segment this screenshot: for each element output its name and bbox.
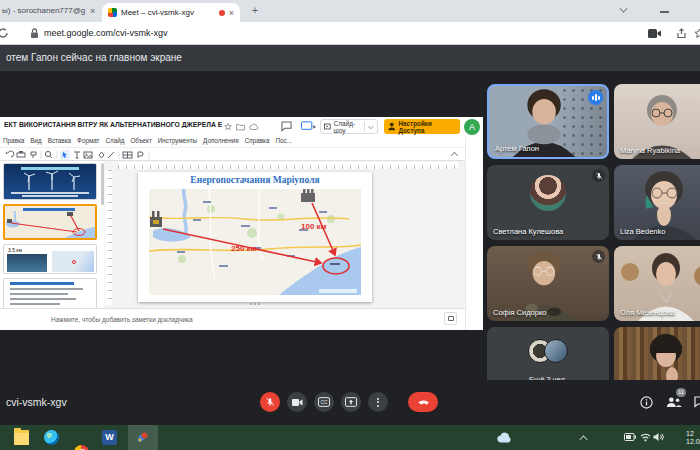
- word-icon[interactable]: W: [102, 430, 117, 445]
- slide-thumbnail-4[interactable]: [3, 278, 97, 310]
- self-tile[interactable]: Вы: [614, 327, 700, 380]
- camera-in-use-icon[interactable]: [648, 29, 661, 38]
- active-media-app-icon[interactable]: [135, 430, 150, 445]
- divider: [364, 122, 365, 131]
- share-settings-button[interactable]: Настройки Доступа: [384, 119, 460, 134]
- participant-name: Liza Bedenko: [620, 227, 665, 236]
- recording-dot-icon: [219, 10, 225, 16]
- thumb-formula-line: [10, 298, 76, 300]
- tab-meet[interactable]: Meet – cvi-vsmk-xgv ×: [102, 3, 240, 22]
- current-slide[interactable]: Енергопостачання Маріуполя: [138, 172, 372, 302]
- file-explorer-icon[interactable]: [14, 430, 29, 445]
- minimize-button[interactable]: [660, 11, 669, 13]
- url-text[interactable]: meet.google.com/cvi-vsmk-xgv: [44, 28, 168, 38]
- battery-icon[interactable]: [624, 433, 636, 441]
- mic-toggle-button[interactable]: [260, 392, 280, 412]
- mic-off-icon: [265, 397, 275, 407]
- person-lock-icon: [388, 122, 396, 131]
- participant-tile[interactable]: Maryna Ryabikina: [614, 84, 700, 159]
- refresh-icon[interactable]: [0, 27, 9, 39]
- vertical-ruler: [105, 170, 112, 305]
- menu-item[interactable]: Объект: [130, 137, 151, 147]
- speaker-notes-button[interactable]: [444, 312, 457, 325]
- weather-cloud-icon[interactable]: [496, 432, 512, 443]
- star-icon[interactable]: [224, 123, 232, 131]
- map-graphic: 100 км 250 км: [149, 189, 361, 295]
- end-call-button[interactable]: [408, 392, 438, 412]
- slide-thumbnail-2-selected[interactable]: [3, 204, 97, 240]
- menu-item[interactable]: Пос...: [275, 137, 291, 147]
- thumb-map: [52, 251, 94, 272]
- close-icon[interactable]: ×: [90, 6, 95, 16]
- participant-tile[interactable]: Оля Мезенцова: [614, 246, 700, 321]
- thumb-photo: [7, 254, 47, 272]
- info-button[interactable]: [640, 396, 653, 409]
- new-tab-button[interactable]: +: [248, 3, 262, 17]
- menu-item[interactable]: Вид: [30, 137, 41, 147]
- close-icon[interactable]: ×: [229, 8, 234, 18]
- meet-main: отем Гапон сейчас на главном экране ЕКТ …: [0, 45, 700, 380]
- doc-title[interactable]: ЕКТ ВИКОРИСТАННЯ ВІТРУ ЯК АЛЬТЕРНАТИВНОГ…: [4, 121, 222, 128]
- thumb-formula-line: [10, 293, 69, 295]
- speaking-indicator-icon: [588, 90, 603, 105]
- menu-item[interactable]: Справка: [245, 137, 270, 147]
- present-icon: [345, 397, 357, 407]
- screen: ы) - sorochanen777@g × Meet – cvi-vsmk-x…: [0, 0, 700, 450]
- more-vert-icon: [377, 398, 379, 407]
- menu-item[interactable]: Правка: [3, 137, 24, 147]
- present-button[interactable]: [341, 392, 361, 412]
- bookmark-star-icon[interactable]: [694, 28, 700, 39]
- captions-button[interactable]: CC: [314, 392, 334, 412]
- menu-item[interactable]: Слайд: [105, 137, 124, 147]
- menu-item[interactable]: Вставка: [48, 137, 71, 147]
- camera-toggle-button[interactable]: [287, 392, 307, 412]
- menu-item[interactable]: Инструменты: [158, 137, 197, 147]
- lock-icon: [30, 28, 39, 39]
- time-label: 12: [686, 430, 700, 438]
- tray-expand-icon[interactable]: [580, 436, 588, 444]
- chrome-browser-icon[interactable]: [74, 445, 89, 450]
- share-icon[interactable]: [676, 28, 687, 39]
- slide-thumbnail-1[interactable]: [3, 163, 97, 200]
- overflow-participants-tile[interactable]: Ещё 3 чел.: [487, 327, 609, 380]
- chat-button[interactable]: [694, 396, 700, 408]
- more-options-button[interactable]: [368, 392, 388, 412]
- volume-icon[interactable]: [653, 432, 664, 442]
- participant-name: Maryna Ryabikina: [620, 146, 680, 155]
- comment-icon[interactable]: [281, 121, 292, 132]
- menu-item[interactable]: Дополнения: [203, 137, 239, 147]
- participant-tile[interactable]: Liza Bedenko: [614, 165, 700, 240]
- edge-browser-icon[interactable]: [44, 430, 59, 445]
- participant-tile[interactable]: Артем Гапон: [487, 84, 609, 159]
- cloud-status-icon: [249, 123, 259, 131]
- menu-item[interactable]: Формат: [77, 137, 99, 147]
- mic-muted-icon: [592, 169, 605, 182]
- avatar: [530, 175, 566, 211]
- account-avatar[interactable]: А: [464, 119, 480, 135]
- clock[interactable]: 12 12.02: [686, 430, 700, 446]
- resize-handle[interactable]: [250, 303, 260, 305]
- participants-button[interactable]: [666, 396, 682, 408]
- presenting-banner: отем Гапон сейчас на главном экране: [0, 45, 700, 71]
- horizontal-ruler: [118, 162, 458, 169]
- distance-label: 250 км: [231, 244, 257, 253]
- participant-tile[interactable]: Светлана Кулешова: [487, 165, 609, 240]
- network-icon[interactable]: [640, 432, 651, 442]
- chevron-down-icon[interactable]: [620, 5, 628, 13]
- present-to-meeting-icon[interactable]: [301, 121, 316, 132]
- toolbar-icons[interactable]: [3, 150, 155, 160]
- thumb-map-graphic: [5, 211, 95, 240]
- slideshow-label: Слайд-шоу: [334, 120, 362, 134]
- meet-favicon-icon: [108, 8, 117, 17]
- call-end-icon: [417, 399, 430, 405]
- chevron-down-icon: [369, 124, 374, 129]
- speaker-notes-bar[interactable]: Нажмите, чтобы добавить заметки докладчи…: [0, 308, 465, 330]
- slide-title: Енергопостачання Маріуполя: [138, 175, 372, 185]
- thumb-text-bar: [11, 192, 88, 194]
- slide-thumbnail-3[interactable]: 3.5 км: [3, 244, 97, 274]
- participant-tile[interactable]: Софія Сидорко: [487, 246, 609, 321]
- url-bar: meet.google.com/cvi-vsmk-xgv: [0, 22, 700, 45]
- slideshow-button[interactable]: Слайд-шоу: [320, 119, 378, 134]
- tab-gmail[interactable]: ы) - sorochanen777@g: [0, 0, 100, 22]
- move-folder-icon[interactable]: [236, 123, 245, 131]
